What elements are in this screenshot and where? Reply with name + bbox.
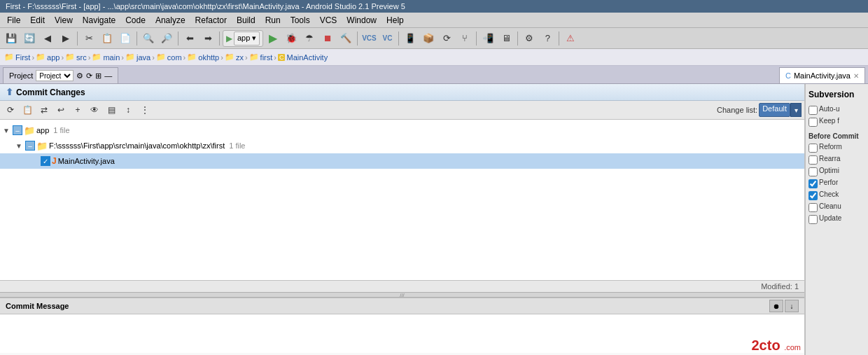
menu-refactor[interactable]: Refactor [191,14,231,27]
menu-edit[interactable]: Edit [26,14,49,27]
tab-close-button[interactable]: ✕ [853,72,859,80]
changelist-value[interactable]: Default [759,103,790,117]
run-config-dropdown[interactable]: app ▾ [234,32,260,46]
menu-vcs[interactable]: VCS [316,14,342,27]
commit-tb-add[interactable]: + [70,102,85,118]
option-label-reform: Reform [819,143,842,151]
toolbar-cut[interactable]: ✂ [80,30,97,47]
toolbar-find[interactable]: 🔍 [140,30,157,47]
menu-code[interactable]: Code [121,14,150,27]
sdk-button[interactable]: 📦 [420,30,437,47]
run-button[interactable]: ▶ [265,30,281,47]
tab-mainactivity[interactable]: C MainActivity.java ✕ [779,67,865,83]
breadcrumb-main[interactable]: 📁 main [92,53,120,62]
project-scope-select[interactable]: Project [36,70,74,81]
tree-check-path[interactable]: – [25,141,35,151]
gradle-button[interactable]: 🔨 [337,30,354,47]
menu-tools[interactable]: Tools [286,14,314,27]
checkbox-optimi[interactable] [808,167,818,176]
coverage-button[interactable]: ☂ [301,30,318,47]
toolbar-sep2 [136,32,137,46]
stop-button[interactable]: ⏹ [319,30,336,47]
tree-row-path[interactable]: ▼ – 📁 F:\ssssss\First\app\src\main\java\… [0,138,804,153]
commit-msg-rec[interactable]: ⏺ [769,300,783,312]
toolbar-paste[interactable]: 📄 [117,30,134,47]
right-panel-title: Subversion [808,90,865,99]
toolbar-sep3 [178,32,178,46]
commit-tb-diff[interactable]: ⇄ [36,102,52,118]
breadcrumb-mainactivity[interactable]: C MainActivity [278,53,328,62]
toolbar-save[interactable]: 💾 [3,30,20,47]
sync-button[interactable]: ⟳ [438,30,455,47]
option-label-rearra: Rearra [819,155,841,162]
settings-button[interactable]: ⚙ [521,30,538,47]
breadcrumb-src[interactable]: 📁 src [65,53,87,62]
tree-row-app[interactable]: ▼ – 📁 app 1 file [0,123,804,138]
toolbar-forward[interactable]: ▶ [57,30,74,47]
menu-view[interactable]: View [50,14,77,27]
commit-tb-refresh[interactable]: ⟳ [3,102,18,118]
checkbox-keepf[interactable] [808,118,818,127]
menu-help[interactable]: Help [382,14,408,27]
tree-row-mainactivity[interactable]: ✓ J MainActivity.java [0,153,804,169]
avd-button[interactable]: 📱 [402,30,419,47]
checkbox-cleanu[interactable] [808,203,818,212]
commit-toolbar: ⟳ 📋 ⇄ ↩ + 👁 ▤ ↕ ⋮ Change list: Default ▾ [0,101,804,120]
error-button[interactable]: ⚠ [562,30,579,47]
menu-navigate[interactable]: Navigate [78,14,120,27]
commit-tb-group[interactable]: ⋮ [137,102,153,118]
merge-button[interactable]: ⑂ [456,30,473,47]
tab-project-btn-settings[interactable]: ⊞ [95,71,102,81]
commit-tb-revert[interactable]: ↩ [53,102,69,118]
breadcrumb-app[interactable]: 📁 app [36,53,59,62]
tab-project-btn-close[interactable]: — [104,71,112,80]
vcs2-button[interactable]: VC [379,30,396,47]
menu-build[interactable]: Build [232,14,260,27]
menu-analyze[interactable]: Analyze [151,14,190,27]
checkbox-autou[interactable] [808,106,818,115]
tab-project-btn-sync[interactable]: ⟳ [86,71,92,81]
commit-tb-sort[interactable]: ↕ [120,102,136,118]
tree-check-app[interactable]: – [13,125,22,135]
monitor-button[interactable]: 🖥 [498,30,514,47]
device-button[interactable]: 📲 [479,30,496,47]
menu-file[interactable]: File [3,14,24,27]
checkbox-reform[interactable] [808,144,818,153]
java-file-icon: C [785,71,791,80]
option-label-update: Update [819,214,841,222]
panel-divider[interactable]: /// [0,292,804,298]
vcs-button[interactable]: VCS [360,30,377,47]
toolbar-sync[interactable]: 🔄 [21,30,38,47]
commit-tb-view[interactable]: 👁 [87,102,102,118]
commit-tb-filter[interactable]: ▤ [104,102,119,118]
tree-count-app: 1 file [53,126,69,134]
toolbar-back[interactable]: ◀ [39,30,56,47]
checkbox-check[interactable] [808,191,818,200]
breadcrumb-com[interactable]: 📁 com [156,53,182,62]
changelist-arrow[interactable]: ▾ [790,103,802,117]
toolbar-nav-right[interactable]: ➡ [200,30,216,47]
checkbox-rearra[interactable] [808,155,818,165]
menu-run[interactable]: Run [261,14,285,27]
checkbox-perfor[interactable] [808,179,818,188]
tab-project-btn-gear[interactable]: ⚙ [76,71,83,81]
breadcrumb-zx[interactable]: 📁 zx [225,53,244,62]
commit-msg-arrow[interactable]: ↓ [785,300,799,312]
breadcrumb-first[interactable]: 📁 First [4,53,30,62]
commit-tb-copy[interactable]: 📋 [20,102,35,118]
breadcrumb-java[interactable]: 📁 java [125,53,150,62]
toolbar-search[interactable]: 🔎 [158,30,175,47]
debug-button[interactable]: 🐞 [283,30,300,47]
menu-window[interactable]: Window [342,14,381,27]
toolbar-sep9 [559,32,559,46]
help-button[interactable]: ? [539,30,556,47]
tree-label-path: F:\ssssss\First\app\src\main\java\com\ok… [49,141,225,150]
toolbar-sep6 [398,32,399,46]
breadcrumb-okhttp[interactable]: 📁 okhttp [187,53,219,62]
toolbar-copy[interactable]: 📋 [99,30,115,47]
toolbar-nav-left[interactable]: ⬅ [181,30,198,47]
checkbox-update[interactable] [808,215,818,224]
breadcrumb-first2[interactable]: 📁 first [249,53,273,62]
commit-message-input[interactable] [0,314,804,353]
tree-check-mainactivity[interactable]: ✓ [41,156,50,166]
